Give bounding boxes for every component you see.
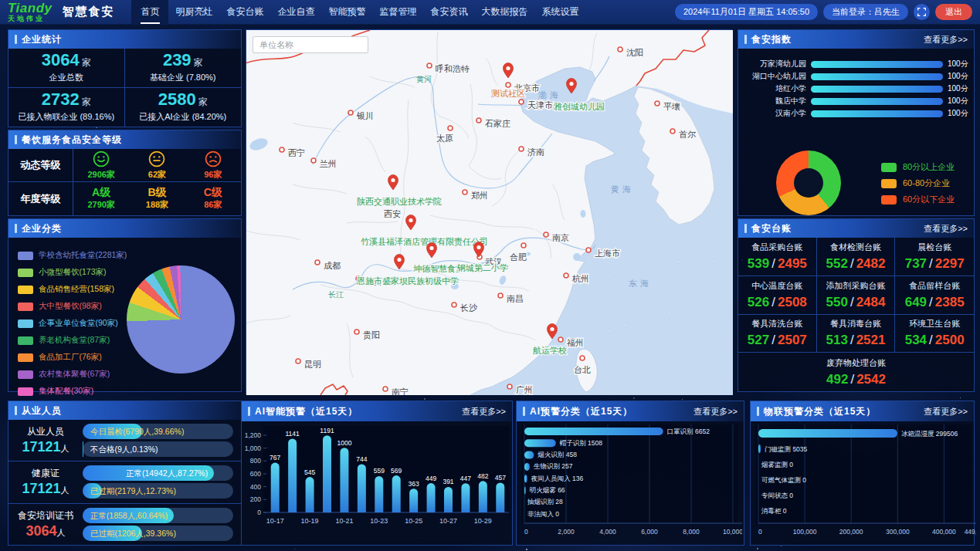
legend-item: 大中型餐饮(98家) bbox=[18, 298, 127, 315]
stat-unit: 家 bbox=[82, 57, 91, 68]
svg-text:363: 363 bbox=[409, 480, 419, 488]
dynamic-level-item: 96家 bbox=[185, 149, 241, 181]
legend-chip bbox=[18, 353, 33, 362]
school-name: 万家湾幼儿园 bbox=[738, 59, 806, 69]
ledger-label: 食品留样台账 bbox=[909, 280, 960, 292]
svg-text:福州: 福州 bbox=[567, 338, 584, 347]
panel-safety-levels: 餐饮服务食品安全等级 动态等级2906家62家96家年度等级A级2790家B级1… bbox=[8, 130, 242, 216]
ledger-label: 中心温度台账 bbox=[751, 280, 802, 292]
ledger-separator: / bbox=[929, 295, 933, 309]
level-count: 62家 bbox=[148, 169, 166, 181]
svg-text:太原: 太原 bbox=[436, 134, 453, 143]
row-label: 动态等级 bbox=[8, 149, 73, 181]
ai-warning-bar-chart: 02004006008001,0001,20076711415451191100… bbox=[242, 421, 512, 545]
annual-level-item: C级86家 bbox=[185, 182, 241, 215]
staff-row: 从业人员17121人今日晨检(6790人,39.66%)不合格(9人,0.13%… bbox=[8, 420, 241, 461]
ledger-cell: 中心温度台账526/2508 bbox=[738, 276, 817, 315]
svg-text:10-25: 10-25 bbox=[405, 517, 422, 525]
staff-progress-bar: 已过期(2179人,12.73%) bbox=[83, 483, 233, 499]
ledger-label: 餐具清洗台账 bbox=[751, 318, 802, 330]
donut-legend-item: 60分以下企业 bbox=[881, 194, 955, 205]
panel-title: 食安台账 bbox=[751, 222, 792, 235]
food-index-row: 魏店中学100分 bbox=[738, 95, 974, 107]
ledger-label: 废弃物处理台账 bbox=[826, 357, 886, 369]
ledger-cell: 餐具清洗台账527/2507 bbox=[738, 315, 817, 353]
ledger-total-count: 2508 bbox=[778, 295, 807, 309]
view-more-link[interactable]: 查看更多>> bbox=[693, 406, 738, 417]
stat-value: 2732 bbox=[42, 90, 80, 109]
svg-text:东海: 东海 bbox=[629, 279, 652, 288]
stat-label: 已接入物联企业 (89.16%) bbox=[18, 111, 114, 123]
ledger-done-count: 539 bbox=[748, 256, 769, 271]
dynamic-level-item: 2906家 bbox=[73, 149, 129, 181]
svg-text:0: 0 bbox=[524, 528, 528, 536]
ledger-separator: / bbox=[850, 372, 854, 387]
progress-text: 已过期(1206人,39.36%) bbox=[90, 526, 176, 541]
panel-title: AI智能预警（近15天） bbox=[255, 405, 358, 418]
panel-title: 食安指数 bbox=[751, 33, 792, 46]
ledger-separator: / bbox=[850, 295, 854, 309]
staff-progress-bar: 不合格(9人,0.13%) bbox=[83, 441, 233, 457]
svg-text:800: 800 bbox=[250, 457, 261, 465]
panel-title: 企业统计 bbox=[22, 33, 62, 46]
svg-text:明火烟雾 66: 明火烟雾 66 bbox=[530, 486, 565, 494]
svg-text:台北: 台北 bbox=[574, 365, 591, 374]
legend-chip bbox=[18, 252, 33, 260]
svg-text:兰州: 兰州 bbox=[320, 159, 337, 168]
legend-label: 食品销售经营(158家) bbox=[39, 284, 114, 295]
score-bar bbox=[811, 86, 943, 93]
nav-item-5[interactable]: 监督管理 bbox=[372, 0, 423, 24]
legend-chip bbox=[18, 319, 33, 328]
svg-text:生物识别 257: 生物识别 257 bbox=[534, 462, 573, 470]
svg-text:沈阳: 沈阳 bbox=[626, 48, 643, 57]
nav-item-4[interactable]: 智能预警 bbox=[321, 0, 372, 24]
svg-text:767: 767 bbox=[270, 454, 280, 461]
china-map[interactable]: 渤海黄海东海黄河长江呼和浩特北京市天津市石家庄太原济南银川西宁兰州郑州西安沈阳平… bbox=[246, 29, 732, 394]
tiandy-logo: Tiandy 天地伟业 bbox=[8, 2, 52, 22]
staff-row-label: 从业人员 bbox=[8, 425, 83, 438]
svg-text:1141: 1141 bbox=[286, 430, 300, 438]
logout-button[interactable]: 退出 bbox=[935, 4, 972, 20]
dynamic-level-item: 62家 bbox=[129, 149, 185, 181]
svg-text:呼和浩特: 呼和浩特 bbox=[436, 64, 470, 73]
header-accent bbox=[523, 407, 525, 416]
level-count: 86家 bbox=[204, 199, 222, 211]
svg-text:夜间人员闯入 136: 夜间人员闯入 136 bbox=[531, 475, 584, 482]
svg-text:447: 447 bbox=[460, 475, 471, 482]
panel-title: AI预警分类（近15天） bbox=[530, 405, 632, 418]
nav-item-8[interactable]: 系统设置 bbox=[534, 0, 585, 24]
legend-chip bbox=[18, 370, 33, 379]
ledger-cell: 环境卫生台账534/2500 bbox=[895, 315, 974, 353]
school-name: 湖口中心幼儿园 bbox=[738, 71, 806, 82]
donut-legend-item: 80分以上企业 bbox=[881, 161, 955, 173]
nav-item-2[interactable]: 食安台账 bbox=[219, 0, 270, 24]
stat-cell: 239家基础企业 (7.80%) bbox=[125, 49, 242, 88]
nav-item-7[interactable]: 大数据报告 bbox=[474, 0, 534, 24]
svg-text:2,000: 2,000 bbox=[558, 528, 575, 536]
ledger-cell: 食品留样台账649/2385 bbox=[895, 276, 974, 315]
fullscreen-button[interactable] bbox=[914, 4, 930, 20]
school-name: 培红小学 bbox=[738, 83, 806, 94]
svg-text:石家庄: 石家庄 bbox=[485, 119, 510, 128]
legend-item: 食品加工厂(76家) bbox=[18, 349, 127, 366]
view-more-link[interactable]: 查看更多>> bbox=[924, 406, 968, 417]
ledger-cell: 添加剂采购台账550/2484 bbox=[817, 276, 896, 315]
svg-text:449: 449 bbox=[426, 475, 436, 482]
legend-item: 农村集体聚餐(67家) bbox=[18, 366, 127, 383]
donut-legend-item: 60-80分企业 bbox=[881, 177, 950, 189]
view-more-link[interactable]: 查看更多>> bbox=[924, 223, 968, 235]
view-more-link[interactable]: 查看更多>> bbox=[462, 406, 506, 417]
panel-iot-category: 物联预警分类（近15天）查看更多>> 0100,000200,000300,00… bbox=[750, 401, 975, 546]
header-accent bbox=[15, 224, 17, 233]
nav-item-3[interactable]: 企业自查 bbox=[270, 0, 321, 24]
score-bar bbox=[811, 98, 943, 105]
nav-item-6[interactable]: 食安资讯 bbox=[423, 0, 474, 24]
score-donut-chart bbox=[776, 150, 841, 215]
progress-fill bbox=[83, 441, 83, 457]
nav-item-0[interactable]: 首页 bbox=[131, 0, 168, 24]
view-more-link[interactable]: 查看更多>> bbox=[924, 34, 968, 46]
panel-ledger: 食安台账查看更多>> 食品采购台账539/2495食材检测台账552/2482晨… bbox=[738, 218, 975, 392]
search-input[interactable] bbox=[253, 36, 368, 53]
svg-text:744: 744 bbox=[356, 455, 367, 463]
nav-item-1[interactable]: 明厨亮灶 bbox=[168, 0, 219, 24]
